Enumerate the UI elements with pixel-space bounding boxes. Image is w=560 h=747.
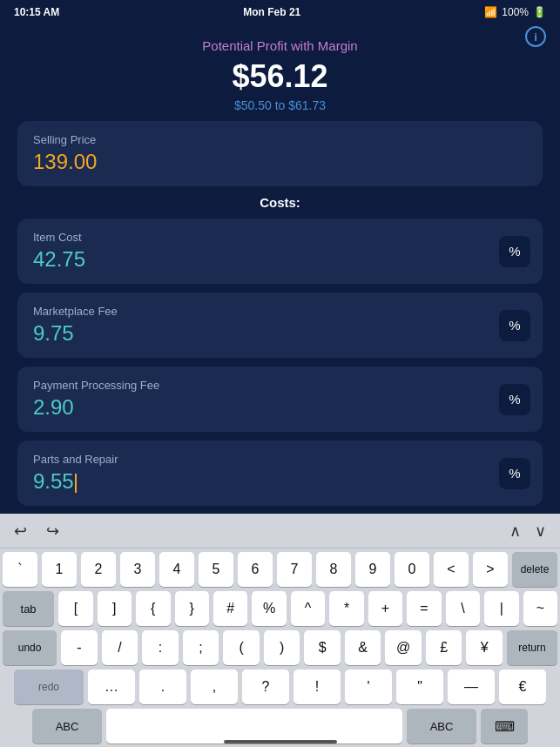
key-3[interactable]: 3 (120, 552, 155, 587)
key-space[interactable] (106, 709, 402, 744)
key-apostrophe[interactable]: ' (345, 670, 392, 704)
key-equals[interactable]: = (407, 591, 441, 626)
key-abc-left[interactable]: ABC (32, 709, 102, 744)
key-dquote[interactable]: " (396, 670, 443, 704)
costs-label: Costs: (0, 195, 560, 210)
keyboard-area: ↩ ↪ ∧ ∨ ` 1 2 3 4 5 6 7 8 9 0 < > delete (0, 514, 560, 747)
key-9[interactable]: 9 (355, 552, 390, 587)
battery-label: 100% (502, 6, 529, 18)
marketplace-fee-value[interactable]: 9.75 (33, 321, 527, 346)
key-exclaim[interactable]: ! (293, 670, 341, 704)
key-ampersand[interactable]: & (345, 630, 381, 665)
key-backslash[interactable]: \ (446, 591, 480, 626)
profit-range: $50.50 to $61.73 (17, 98, 543, 112)
key-tilde[interactable]: ~ (523, 591, 557, 626)
key-row-1: ` 1 2 3 4 5 6 7 8 9 0 < > delete (3, 552, 557, 587)
parts-repair-percent-btn[interactable]: % (499, 458, 530, 489)
key-4[interactable]: 4 (159, 552, 194, 587)
key-colon[interactable]: : (142, 630, 179, 665)
key-caret[interactable]: ^ (291, 591, 325, 626)
key-less[interactable]: < (434, 552, 469, 587)
key-redo[interactable]: redo (14, 670, 84, 704)
key-rbracket[interactable]: ] (98, 591, 132, 626)
key-rbrace[interactable]: } (175, 591, 209, 626)
key-ellipsis[interactable]: … (88, 670, 135, 704)
marketplace-fee-percent-btn[interactable]: % (499, 310, 530, 341)
key-period[interactable]: . (139, 670, 186, 704)
key-percent[interactable]: % (252, 591, 286, 626)
key-pound[interactable]: £ (426, 630, 462, 665)
key-emdash[interactable]: — (448, 670, 495, 704)
key-lparen[interactable]: ( (223, 630, 260, 665)
header-title: Potential Profit with Margin (17, 38, 543, 53)
key-pipe[interactable]: | (484, 591, 518, 626)
key-7[interactable]: 7 (277, 552, 312, 587)
key-tab[interactable]: tab (3, 591, 54, 626)
parts-repair-card[interactable]: Parts and Repair 9.55 % (17, 441, 543, 506)
toolbar-left: ↩ ↪ (10, 520, 63, 542)
payment-processing-fee-card[interactable]: Payment Processing Fee 2.90 % (17, 367, 543, 432)
key-comma[interactable]: , (191, 670, 238, 704)
key-abc-right[interactable]: ABC (407, 709, 476, 744)
undo-toolbar-btn[interactable]: ↩ (10, 520, 30, 542)
key-asterisk[interactable]: * (329, 591, 363, 626)
item-cost-value[interactable]: 42.75 (33, 247, 527, 272)
key-row-2: tab [ ] { } # % ^ * + = \ | ~ (3, 591, 557, 626)
toolbar-right: ∧ ∨ (506, 520, 550, 542)
header-section: Potential Profit with Margin $56.12 $50.… (0, 24, 560, 121)
key-hash[interactable]: # (213, 591, 247, 626)
key-return[interactable]: return (507, 630, 557, 665)
profit-amount: $56.12 (17, 58, 543, 95)
key-euro[interactable]: € (499, 670, 546, 704)
info-button[interactable]: i (525, 26, 546, 47)
key-yen[interactable]: ¥ (466, 630, 503, 665)
wifi-icon: 📶 (484, 6, 497, 18)
key-semicolon[interactable]: ; (183, 630, 219, 665)
payment-processing-fee-percent-btn[interactable]: % (499, 384, 530, 415)
key-row-4: redo … . , ? ! ' " — € (3, 670, 557, 704)
status-time: 10:15 AM (14, 6, 59, 18)
key-8[interactable]: 8 (316, 552, 351, 587)
item-cost-label: Item Cost (33, 231, 527, 244)
key-keyboard[interactable]: ⌨ (481, 709, 528, 744)
payment-processing-fee-value[interactable]: 2.90 (33, 395, 527, 420)
status-date: Mon Feb 21 (243, 6, 300, 18)
key-5[interactable]: 5 (199, 552, 233, 587)
marketplace-fee-card[interactable]: Marketplace Fee 9.75 % (17, 293, 543, 358)
status-bar: 10:15 AM Mon Feb 21 📶 100% 🔋 (0, 0, 560, 24)
key-plus[interactable]: + (368, 591, 402, 626)
selling-price-card[interactable]: Selling Price 139.00 (17, 121, 543, 186)
chevron-down-btn[interactable]: ∨ (531, 520, 550, 542)
payment-processing-fee-label: Payment Processing Fee (33, 379, 527, 392)
keyboard-toolbar: ↩ ↪ ∧ ∨ (0, 514, 560, 548)
status-indicators: 📶 100% 🔋 (484, 6, 546, 18)
key-dollar[interactable]: $ (304, 630, 341, 665)
item-cost-card[interactable]: Item Cost 42.75 % (17, 219, 543, 284)
key-row-3: undo - / : ; ( ) $ & @ £ ¥ return (3, 630, 557, 665)
key-1[interactable]: 1 (42, 552, 77, 587)
key-6[interactable]: 6 (238, 552, 273, 587)
selling-price-label: Selling Price (33, 133, 527, 146)
key-at[interactable]: @ (385, 630, 422, 665)
item-cost-percent-btn[interactable]: % (499, 236, 530, 267)
key-backtick[interactable]: ` (3, 552, 37, 587)
keyboard-body: ` 1 2 3 4 5 6 7 8 9 0 < > delete tab [ ]… (0, 548, 560, 747)
key-delete[interactable]: delete (512, 552, 557, 587)
key-question[interactable]: ? (242, 670, 289, 704)
battery-icon: 🔋 (533, 6, 546, 18)
parts-repair-value[interactable]: 9.55 (33, 469, 527, 494)
chevron-up-btn[interactable]: ∧ (506, 520, 524, 542)
key-2[interactable]: 2 (81, 552, 116, 587)
key-undo[interactable]: undo (3, 630, 57, 665)
redo-toolbar-btn[interactable]: ↪ (43, 520, 63, 542)
key-0[interactable]: 0 (395, 552, 429, 587)
home-indicator (224, 740, 337, 744)
key-rparen[interactable]: ) (264, 630, 300, 665)
key-lbracket[interactable]: [ (58, 591, 92, 626)
key-greater[interactable]: > (473, 552, 508, 587)
selling-price-value[interactable]: 139.00 (33, 150, 527, 174)
key-slash[interactable]: / (102, 630, 138, 665)
key-minus[interactable]: - (61, 630, 98, 665)
key-row-5: ABC ABC ⌨ (3, 709, 557, 744)
key-lbrace[interactable]: { (136, 591, 170, 626)
